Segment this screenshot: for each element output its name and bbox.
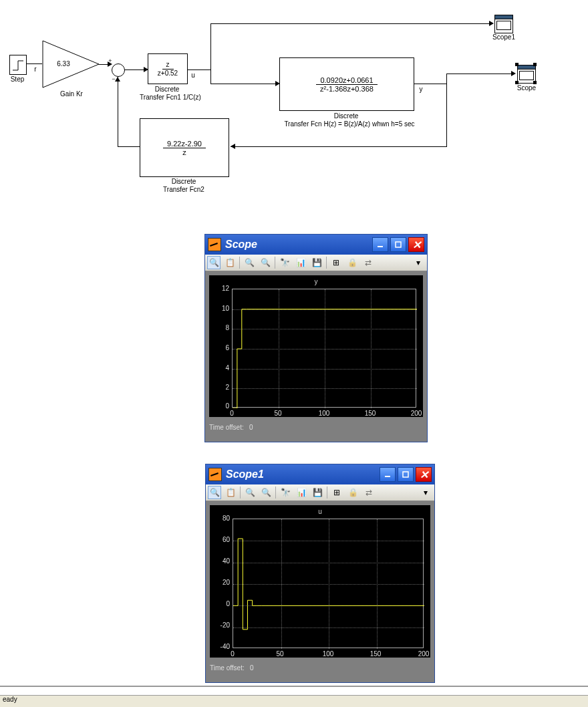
lock-icon[interactable]: 🔒	[345, 256, 359, 269]
window-title: Scope1	[226, 468, 264, 480]
sync-icon[interactable]: ⊞	[329, 256, 343, 269]
ytick: 0	[212, 600, 230, 607]
save-axes-icon[interactable]: 💾	[311, 486, 324, 499]
window-title: Scope	[225, 239, 257, 251]
time-offset-label: Time offset:	[210, 664, 245, 672]
scope-window-u[interactable]: Scope1 ✕ 🖨 📋 🔍 🔍 🔍 🔭 📊 💾 ⊞ 🔒 ⇄ ▾ u 80 60…	[205, 464, 435, 683]
xtick: 100	[323, 650, 334, 658]
plot-area-u[interactable]: u 80 60 40 20 0 -20 -40 0 50 100 150 200	[210, 505, 430, 658]
status-bar: eady	[0, 695, 588, 707]
sum-block[interactable]	[112, 63, 125, 77]
wire	[210, 23, 491, 24]
ytick: 12	[212, 285, 229, 292]
params-icon[interactable]: 📋	[224, 486, 237, 499]
selection-handle[interactable]	[515, 63, 519, 66]
app-icon	[208, 238, 221, 251]
autoscale-icon[interactable]: 📊	[294, 256, 307, 269]
float-icon[interactable]: ⇄	[361, 256, 375, 269]
close-button[interactable]: ✕	[408, 237, 424, 252]
scope1-label: Scope1	[486, 33, 521, 41]
params-icon[interactable]: 📋	[223, 256, 237, 269]
zoom-y-icon[interactable]: 🔍	[259, 256, 272, 269]
wire	[118, 77, 118, 147]
wire	[231, 146, 447, 147]
xtick: 200	[418, 650, 430, 658]
sum-plus: +	[107, 57, 114, 64]
wire	[210, 23, 211, 70]
gain-label: Gain Kr	[51, 90, 92, 98]
ytick: -40	[212, 643, 230, 650]
selection-handle[interactable]	[533, 63, 537, 66]
xtick: 50	[274, 410, 281, 417]
zoom-x-icon[interactable]: 🔍	[243, 256, 256, 269]
toolbar: 🖨 📋 🔍 🔍 🔍 🔭 📊 💾 ⊞ 🔒 ⇄ ▾	[205, 255, 427, 271]
maximize-button[interactable]	[390, 237, 406, 252]
step-icon	[10, 55, 26, 74]
arrow-icon	[115, 77, 120, 82]
time-offset-label: Time offset:	[209, 424, 244, 431]
arrow-icon	[231, 144, 235, 149]
status-text: eady	[3, 696, 17, 703]
close-button[interactable]: ✕	[416, 467, 432, 482]
arrow-icon	[489, 21, 494, 26]
app-icon	[208, 468, 222, 481]
tf2-label2: Transfer Fcn2	[140, 186, 228, 193]
tf2-label1: Discrete	[140, 178, 228, 185]
tf1-num: z	[162, 61, 174, 69]
maximize-button[interactable]	[398, 467, 414, 482]
xtick: 150	[365, 410, 376, 417]
float-icon[interactable]: ⇄	[362, 486, 376, 499]
tfh-block[interactable]: 0.0920z+0.0661 z²-1.368z+0.368	[279, 57, 414, 111]
ytick: 8	[212, 324, 229, 331]
minimize-button[interactable]	[380, 467, 396, 482]
ytick: 60	[212, 536, 230, 543]
scope1-block[interactable]	[494, 15, 513, 33]
dropdown-icon[interactable]: ▾	[419, 486, 432, 499]
dropdown-icon[interactable]: ▾	[412, 256, 425, 269]
xtick: 50	[276, 650, 283, 658]
zoom-x-icon[interactable]: 🔍	[243, 486, 257, 499]
signal-y: y	[418, 86, 424, 93]
time-offset-value: 0	[250, 664, 254, 672]
svg-rect-2	[396, 242, 401, 247]
svg-rect-4	[403, 472, 408, 477]
ytick: 20	[212, 579, 230, 586]
binoculars-icon[interactable]: 🔭	[278, 256, 291, 269]
axes	[232, 289, 416, 408]
wire	[446, 84, 447, 147]
binoculars-icon[interactable]: 🔭	[279, 486, 292, 499]
tf1-label1: Discrete	[140, 86, 194, 93]
autoscale-icon[interactable]: 📊	[295, 486, 308, 499]
wire	[118, 146, 140, 147]
minimize-button[interactable]	[372, 237, 388, 252]
time-offset: Time offset: 0	[206, 662, 434, 674]
wire	[187, 69, 210, 70]
titlebar[interactable]: Scope ✕	[205, 235, 427, 255]
plot-title: y	[209, 275, 423, 287]
ytick: 6	[212, 344, 229, 351]
sync-icon[interactable]: ⊞	[330, 486, 343, 499]
xtick: 0	[231, 650, 235, 658]
time-offset: Time offset: 0	[205, 421, 427, 434]
tf1-block[interactable]: z z+0.52	[148, 53, 188, 84]
step-label: Step	[5, 76, 29, 83]
zoom-y-icon[interactable]: 🔍	[259, 486, 273, 499]
wire	[210, 84, 277, 84]
zoom-in-icon[interactable]: 🔍	[208, 486, 221, 499]
wire	[446, 74, 447, 84]
titlebar[interactable]: Scope1 ✕	[206, 464, 434, 484]
lock-icon[interactable]: 🔒	[346, 486, 359, 499]
scope-window-y[interactable]: Scope ✕ 🖨 📋 🔍 🔍 🔍 🔭 📊 💾 ⊞ 🔒 ⇄ ▾ y 12 10 …	[204, 234, 428, 442]
ytick: 0	[212, 402, 229, 410]
zoom-in-icon[interactable]: 🔍	[207, 256, 220, 269]
tf2-block[interactable]: 9.22z-2.90 z	[140, 118, 229, 177]
tfh-label2: Transfer Fcn H(z) = B(z)/A(z) whwn h=5 s…	[273, 120, 426, 128]
xtick: 150	[370, 650, 382, 658]
ytick: 10	[212, 305, 229, 312]
save-axes-icon[interactable]: 💾	[310, 256, 323, 269]
signal-u: u	[190, 72, 196, 79]
plot-area-y[interactable]: y 12 10 8 6 4 2 0 0 50 100 150 200	[209, 275, 423, 417]
time-offset-value: 0	[249, 424, 253, 431]
signal-r: r	[32, 65, 39, 73]
step-block[interactable]	[9, 55, 27, 75]
